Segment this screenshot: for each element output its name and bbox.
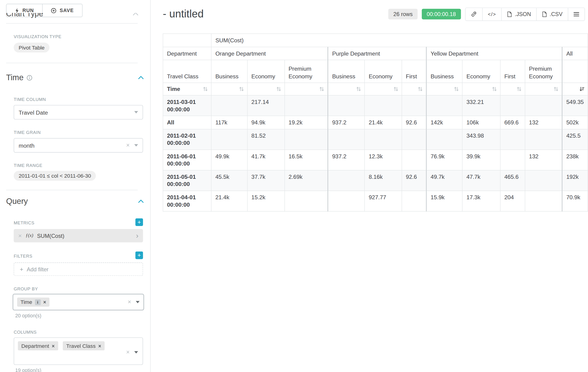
export-csv-button[interactable]: .CSV: [536, 8, 568, 21]
expand-caret-icon[interactable]: ›: [136, 232, 138, 239]
columns-select[interactable]: Department × Travel Class × ×: [14, 337, 143, 365]
row-label-cell: 2011-04-01 00:00:00: [163, 191, 211, 211]
table-cell: 37.7k: [247, 170, 284, 191]
row-label-cell: 2011-03-01 00:00:00: [163, 95, 211, 116]
column-sort-header[interactable]: [462, 83, 500, 95]
run-lightning-icon: [15, 8, 19, 13]
columns-label: COLUMNS: [14, 330, 37, 335]
column-group-header: Purple Department: [328, 47, 427, 60]
clear-icon[interactable]: ×: [128, 299, 131, 305]
table-row: All117k94.9k19.2k937.221.4k92.6142k106k6…: [163, 116, 588, 129]
columns-chip[interactable]: Department ×: [18, 341, 58, 350]
clear-icon[interactable]: ×: [126, 142, 130, 148]
columns-options-hint: 19 option(s): [15, 368, 41, 372]
visualization-type-chip[interactable]: Pivot Table: [14, 43, 50, 53]
row-label-cell: All: [163, 116, 211, 129]
collapse-chevron-up-icon[interactable]: [138, 199, 144, 203]
table-cell: 549.35: [562, 95, 588, 116]
table-cell: 927.77: [365, 191, 402, 211]
export-json-button[interactable]: .JSON: [502, 8, 536, 21]
table-cell: [328, 191, 365, 211]
remove-metric-icon[interactable]: ×: [18, 233, 22, 239]
table-cell: [427, 95, 462, 116]
metrics-label: METRICS: [14, 221, 34, 225]
table-cell: 16.5k: [284, 149, 328, 170]
table-row: 2011-06-01 00:00:0049.9k41.7k16.5k937.21…: [163, 149, 588, 170]
sort-icon: [203, 86, 208, 92]
column-group-header: All: [562, 47, 588, 60]
time-sort-header[interactable]: Time: [163, 83, 211, 95]
time-grain-label: TIME GRAIN: [14, 130, 41, 135]
time-grain-select[interactable]: month ×: [14, 138, 143, 152]
columns-chip[interactable]: Travel Class ×: [63, 341, 105, 350]
table-cell: [211, 129, 248, 149]
table-cell: [284, 129, 328, 149]
copy-link-button[interactable]: [465, 8, 482, 21]
clear-icon[interactable]: ×: [126, 349, 130, 355]
explore-view: RUN SAVE Chart Type VISUALIZATION TYPE P…: [0, 0, 588, 372]
metric-name: SUM(Cost): [37, 233, 64, 239]
table-cell: [402, 149, 427, 170]
column-sort-header[interactable]: [328, 83, 365, 95]
remove-chip-icon[interactable]: ×: [52, 343, 55, 349]
save-button-label: SAVE: [60, 8, 74, 13]
sort-icon: [319, 86, 325, 92]
filters-label: FILTERS: [14, 254, 32, 258]
group-by-select[interactable]: Time i × ×: [12, 294, 144, 310]
sort-desc-icon: [579, 86, 585, 92]
time-grain-value: month: [19, 142, 34, 149]
column-group-header: Yellow Department: [427, 47, 562, 60]
columns-chip-label: Travel Class: [66, 343, 95, 349]
table-cell: [402, 129, 427, 149]
column-header: Business: [211, 60, 248, 83]
column-sort-header[interactable]: [365, 83, 402, 95]
column-sort-header[interactable]: [525, 83, 562, 95]
control-panel-sidebar: RUN SAVE Chart Type VISUALIZATION TYPE P…: [0, 0, 151, 372]
add-filter-button[interactable]: + Add filter: [14, 263, 143, 276]
row-label-cell: 2011-06-01 00:00:00: [163, 149, 211, 170]
sort-icon: [418, 86, 423, 92]
time-column-select[interactable]: Travel Date: [14, 105, 143, 119]
chevron-up-icon[interactable]: [133, 13, 138, 16]
remove-chip-icon[interactable]: ×: [98, 343, 101, 349]
column-sort-header[interactable]: [562, 83, 588, 95]
column-sort-header[interactable]: [402, 83, 427, 95]
table-cell: [402, 95, 427, 116]
remove-chip-icon[interactable]: ×: [43, 299, 46, 305]
time-column-value: Travel Date: [19, 109, 48, 116]
info-icon[interactable]: [27, 75, 32, 81]
sort-icon: [492, 86, 497, 92]
group-by-chip[interactable]: Time i ×: [17, 298, 50, 307]
sort-icon: [276, 86, 281, 92]
table-cell: [500, 95, 525, 116]
add-filter-plus-button[interactable]: +: [136, 252, 143, 259]
column-sort-header[interactable]: [247, 83, 284, 95]
column-header: Business: [427, 60, 462, 83]
table-cell: [500, 149, 525, 170]
table-cell: 192k: [562, 170, 588, 191]
chart-header: - untitled 26 rows 00:00:00.18 </> .JSON: [163, 6, 585, 22]
table-cell: [525, 129, 562, 149]
table-cell: 132: [525, 149, 562, 170]
table-cell: [328, 170, 365, 191]
collapse-chevron-up-icon[interactable]: [138, 76, 144, 80]
embed-code-button[interactable]: </>: [482, 8, 501, 21]
table-cell: 343.98: [462, 129, 500, 149]
time-range-label: TIME RANGE: [14, 163, 42, 168]
code-icon: </>: [488, 11, 496, 17]
info-badge-icon[interactable]: i: [35, 299, 41, 305]
menu-button[interactable]: [568, 8, 585, 21]
column-sort-header[interactable]: [284, 83, 328, 95]
add-metric-button[interactable]: +: [136, 218, 143, 226]
chart-type-section-heading: Chart Type: [6, 13, 144, 23]
time-range-chip[interactable]: 2011-01-01 ≤ col < 2011-06-30: [14, 171, 96, 181]
sort-icon: [516, 86, 522, 92]
column-sort-header[interactable]: [211, 83, 248, 95]
column-sort-header[interactable]: [500, 83, 525, 95]
query-timer-badge: 00:00:00.18: [422, 9, 461, 20]
save-plus-icon: [51, 8, 56, 13]
column-sort-header[interactable]: [427, 83, 462, 95]
table-cell: 937.2: [328, 149, 365, 170]
metric-chip[interactable]: × ƒ(x) SUM(Cost) ›: [14, 229, 143, 242]
table-cell: 92.6: [402, 170, 427, 191]
